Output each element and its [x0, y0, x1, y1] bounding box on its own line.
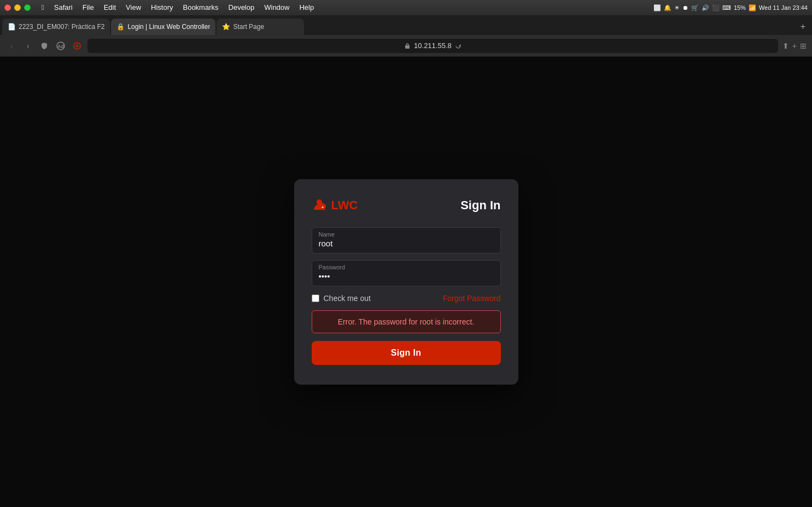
- wifi-icon: 📶: [749, 4, 756, 11]
- lwc-brand-text: LWC: [331, 198, 358, 213]
- volume-icon: 🔊: [702, 4, 709, 11]
- options-row: Check me out Forgot Password: [312, 294, 501, 303]
- lock-icon: [404, 43, 411, 49]
- menu-view[interactable]: View: [121, 2, 145, 14]
- tracking-icon[interactable]: [71, 40, 83, 52]
- shield-privacy-icon[interactable]: [38, 40, 50, 52]
- cart-icon: 🛒: [691, 4, 699, 11]
- control-icon: ⏺: [682, 4, 688, 11]
- error-message-box: Error. The password for root is incorrec…: [312, 310, 501, 333]
- back-button[interactable]: ‹: [5, 40, 17, 52]
- menu-safari[interactable]: Safari: [50, 2, 77, 14]
- menu-bookmarks[interactable]: Bookmarks: [178, 2, 223, 14]
- tab-1[interactable]: 📄 2223_DI_EM007: Pràctica F2: [2, 19, 110, 35]
- menu-help[interactable]: Help: [295, 2, 318, 14]
- apple-menu[interactable]: : [37, 2, 49, 14]
- keyboard-icon: ⌨: [722, 4, 731, 11]
- maximize-button[interactable]: [24, 4, 31, 11]
- screen-icon: ⬜: [653, 4, 661, 11]
- password-label: Password: [319, 264, 494, 270]
- login-card: + LWC Sign In Name Password Check me out: [294, 179, 518, 385]
- card-title: Sign In: [460, 198, 500, 213]
- menu-window[interactable]: Window: [260, 2, 294, 14]
- traffic-lights: [4, 4, 31, 11]
- tab-2-favicon: 🔒: [116, 23, 124, 31]
- svg-text:Ad: Ad: [57, 44, 64, 49]
- add-bookmark-icon[interactable]: +: [792, 42, 797, 50]
- error-text: Error. The password for root is incorrec…: [338, 317, 475, 326]
- menu-file[interactable]: File: [78, 2, 98, 14]
- url-text: 10.211.55.8: [414, 42, 452, 50]
- menu-bar:  Safari File Edit View History Bookmark…: [37, 2, 318, 14]
- tab-1-label: 2223_DI_EM007: Pràctica F2: [19, 23, 104, 31]
- password-field-group: Password: [312, 260, 501, 286]
- tab-bar: 📄 2223_DI_EM007: Pràctica F2 🔒 Login | L…: [0, 15, 812, 35]
- svg-text:+: +: [321, 205, 324, 210]
- lwc-user-icon: +: [312, 197, 327, 214]
- notification-icon: 🔔: [664, 4, 671, 11]
- tab-2-label: Login | Linux Web Controller: [127, 23, 210, 31]
- name-input[interactable]: [319, 239, 494, 248]
- system-status: ⬜ 🔔 ☀ ⏺ 🛒 🔊 ⬛ ⌨ 15% 📶 Wed 11 Jan 23:44: [653, 4, 808, 11]
- check-me-out-checkbox[interactable]: [312, 294, 319, 302]
- content-blocker-icon[interactable]: Ad: [55, 40, 67, 52]
- check-me-out-label[interactable]: Check me out: [312, 294, 371, 303]
- reload-icon[interactable]: [455, 43, 462, 49]
- display-icon: ⬛: [712, 4, 720, 11]
- system-icons: ⬜ 🔔 ☀ ⏺ 🛒 🔊 ⬛ ⌨ 15% 📶 Wed 11 Jan 23:44: [653, 4, 808, 11]
- name-field-group: Name: [312, 227, 501, 254]
- sidebar-tabs-icon[interactable]: ⊞: [800, 42, 807, 50]
- address-bar: ‹ › Ad 10.211.55.8 ⬆ + ⊞: [0, 35, 812, 57]
- svg-rect-3: [405, 45, 410, 49]
- new-tab-button[interactable]: +: [796, 19, 810, 35]
- password-input[interactable]: [319, 272, 494, 281]
- page-content: + LWC Sign In Name Password Check me out: [0, 57, 812, 507]
- close-button[interactable]: [4, 4, 11, 11]
- brightness-icon: ☀: [674, 4, 680, 11]
- card-header: + LWC Sign In: [312, 197, 501, 214]
- signin-button[interactable]: Sign In: [312, 341, 501, 365]
- check-me-out-text: Check me out: [324, 294, 371, 303]
- titlebar:  Safari File Edit View History Bookmark…: [0, 0, 812, 15]
- tab-3[interactable]: ⭐ Start Page: [217, 19, 304, 35]
- forgot-password-link[interactable]: Forgot Password: [443, 294, 501, 303]
- lwc-brand: + LWC: [312, 197, 358, 214]
- menu-history[interactable]: History: [147, 2, 177, 14]
- url-bar[interactable]: 10.211.55.8: [87, 39, 778, 53]
- tab-1-favicon: 📄: [8, 23, 15, 31]
- tab-3-label: Start Page: [233, 23, 299, 31]
- menu-edit[interactable]: Edit: [100, 2, 120, 14]
- tab-2[interactable]: 🔒 Login | Linux Web Controller: [111, 19, 215, 35]
- battery-status: 15%: [734, 4, 746, 11]
- minimize-button[interactable]: [14, 4, 21, 11]
- menu-develop[interactable]: Develop: [224, 2, 259, 14]
- name-label: Name: [319, 231, 494, 238]
- share-icon[interactable]: ⬆: [782, 42, 789, 50]
- clock: Wed 11 Jan 23:44: [759, 4, 808, 11]
- addrbar-actions: ⬆ + ⊞: [782, 42, 807, 50]
- password-field-wrapper: Password: [312, 260, 501, 286]
- forward-button[interactable]: ›: [22, 40, 34, 52]
- name-field-wrapper: Name: [312, 227, 501, 254]
- tab-3-favicon: ⭐: [222, 23, 230, 31]
